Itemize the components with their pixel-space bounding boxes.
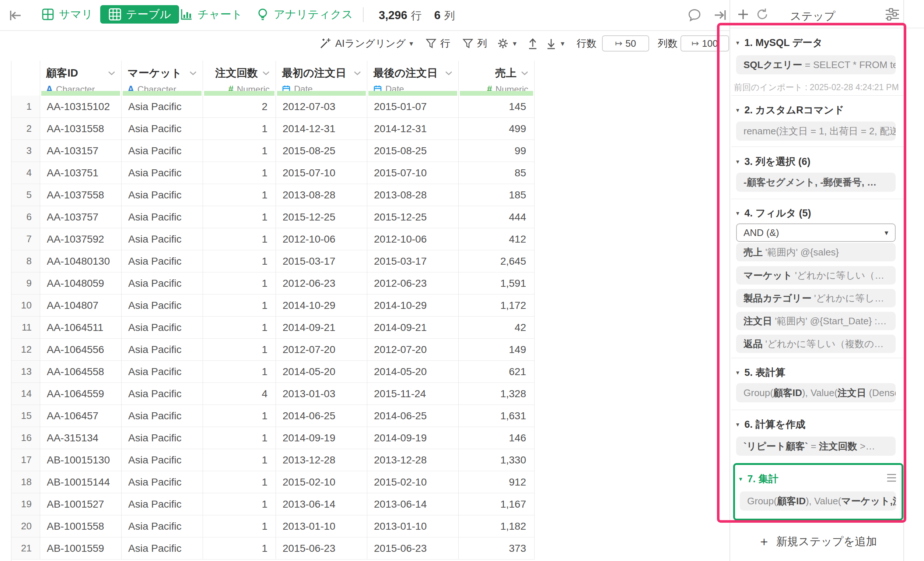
cell-order-count[interactable]: 4: [203, 383, 276, 405]
cell-last-order-date[interactable]: 2012-07-20: [368, 339, 459, 361]
row-limit-input[interactable]: ↦ 50: [602, 35, 649, 52]
cell-sales[interactable]: 149: [459, 339, 535, 361]
header-last-order-date[interactable]: 最後の注文日 Date: [368, 61, 459, 91]
cell-customer-id[interactable]: AA-104807: [40, 295, 122, 316]
cell-customer-id[interactable]: AA-103751: [40, 162, 122, 184]
cell-sales[interactable]: 1,182: [459, 515, 535, 537]
cell-order-count[interactable]: 1: [203, 361, 276, 383]
step-6-header[interactable]: ▾ 6. 計算を作成: [736, 418, 806, 431]
cell-first-order-date[interactable]: 2015-02-10: [276, 471, 368, 493]
table-row[interactable]: 9 AA-1048059 Asia Pacific 1 2012-06-23 2…: [11, 272, 535, 295]
table-row[interactable]: 18 AB-10015144 Asia Pacific 1 2015-02-10…: [11, 471, 535, 493]
cell-customer-id[interactable]: AA-1064556: [40, 339, 122, 361]
step-4-header[interactable]: ▾ 4. フィルタ (5): [736, 206, 811, 220]
cell-market[interactable]: Asia Pacific: [122, 471, 203, 493]
table-row[interactable]: 13 AA-1064558 Asia Pacific 1 2014-05-20 …: [11, 361, 535, 383]
ai-wrangling-button[interactable]: AIラングリング ▾: [319, 35, 413, 52]
cell-first-order-date[interactable]: 2012-07-03: [276, 96, 368, 117]
tab-table[interactable]: テーブル: [100, 5, 179, 24]
tab-chart[interactable]: チャート: [180, 5, 242, 24]
table-row[interactable]: 5 AA-1037558 Asia Pacific 1 2013-08-28 2…: [11, 184, 535, 206]
cell-order-count[interactable]: 1: [203, 317, 276, 338]
cell-last-order-date[interactable]: 2012-10-06: [368, 228, 459, 250]
chevron-down-icon[interactable]: [108, 71, 116, 75]
header-customer-id[interactable]: 顧客ID A Character: [40, 61, 122, 91]
cell-order-count[interactable]: 1: [203, 449, 276, 471]
cell-customer-id[interactable]: AA-103757: [40, 206, 122, 228]
table-row[interactable]: 7 AA-1037592 Asia Pacific 1 2012-10-06 2…: [11, 228, 535, 250]
cell-market[interactable]: Asia Pacific: [122, 96, 203, 117]
table-row[interactable]: 4 AA-103751 Asia Pacific 1 2015-07-10 20…: [11, 162, 535, 184]
collapse-right-panel-button[interactable]: [712, 7, 729, 24]
cell-order-count[interactable]: 1: [203, 405, 276, 426]
cell-first-order-date[interactable]: 2013-12-28: [276, 449, 368, 471]
cell-customer-id[interactable]: AA-1064558: [40, 361, 122, 383]
step-6-token[interactable]: `リピート顧客` = 注文回数 >…: [736, 437, 896, 456]
table-row[interactable]: 21 AB-1001559 Asia Pacific 1 2015-06-23 …: [11, 537, 535, 560]
cell-first-order-date[interactable]: 2012-07-20: [276, 339, 368, 361]
triangle-down-icon[interactable]: ▾: [736, 39, 740, 47]
collapse-left-panel-button[interactable]: [8, 7, 24, 24]
cell-order-count[interactable]: 1: [203, 295, 276, 316]
step-5-header[interactable]: ▾ 5. 表計算: [736, 366, 786, 379]
table-row[interactable]: 16 AA-315134 Asia Pacific 1 2014-09-19 2…: [11, 427, 535, 449]
cell-market[interactable]: Asia Pacific: [122, 228, 203, 250]
cell-order-count[interactable]: 1: [203, 272, 276, 294]
cell-market[interactable]: Asia Pacific: [122, 493, 203, 515]
cell-market[interactable]: Asia Pacific: [122, 184, 203, 206]
cell-customer-id[interactable]: AA-1048059: [40, 272, 122, 294]
cell-first-order-date[interactable]: 2013-01-03: [276, 383, 368, 405]
header-market[interactable]: マーケット A Character: [122, 61, 203, 91]
cell-first-order-date[interactable]: 2014-12-31: [276, 118, 368, 139]
cell-customer-id[interactable]: AA-1031558: [40, 118, 122, 139]
cell-customer-id[interactable]: AB-1001558: [40, 515, 122, 537]
chevron-down-icon[interactable]: [354, 71, 361, 75]
cell-first-order-date[interactable]: 2012-06-23: [276, 272, 368, 294]
add-step-toolbar-button[interactable]: [735, 6, 752, 23]
cell-sales[interactable]: 1,631: [459, 405, 535, 426]
chevron-down-icon[interactable]: [262, 71, 270, 75]
triangle-down-icon[interactable]: ▾: [739, 475, 742, 483]
cell-last-order-date[interactable]: 2015-03-17: [368, 250, 459, 272]
table-row[interactable]: 20 AB-1001558 Asia Pacific 1 2013-01-10 …: [11, 515, 535, 537]
cell-order-count[interactable]: 1: [203, 339, 276, 361]
step-7-header[interactable]: ▾ 7. 集計: [739, 472, 778, 486]
cell-customer-id[interactable]: AA-1037558: [40, 184, 122, 206]
cell-order-count[interactable]: 1: [203, 493, 276, 515]
filter-operator-select[interactable]: AND (&) ▾: [736, 223, 896, 242]
cell-market[interactable]: Asia Pacific: [122, 427, 203, 449]
cell-order-count[interactable]: 1: [203, 228, 276, 250]
chevron-down-icon[interactable]: [445, 71, 452, 75]
step-1-header[interactable]: ▾ 1. MySQL データ: [736, 36, 823, 49]
cell-first-order-date[interactable]: 2014-09-21: [276, 317, 368, 338]
cell-customer-id[interactable]: AA-315134: [40, 427, 122, 449]
table-row[interactable]: 8 AA-10480130 Asia Pacific 1 2015-03-17 …: [11, 250, 535, 272]
table-row[interactable]: 10 AA-104807 Asia Pacific 1 2014-10-29 2…: [11, 295, 535, 317]
cell-first-order-date[interactable]: 2013-08-28: [276, 184, 368, 206]
step-7-menu-button[interactable]: [884, 470, 900, 485]
cell-sales[interactable]: 99: [459, 140, 535, 162]
add-new-step-button[interactable]: ＋ 新規ステップを追加: [731, 533, 903, 550]
cell-last-order-date[interactable]: 2015-11-24: [368, 383, 459, 405]
table-row[interactable]: 1 AA-10315102 Asia Pacific 2 2012-07-03 …: [11, 96, 535, 118]
cell-last-order-date[interactable]: 2013-12-28: [368, 449, 459, 471]
cell-last-order-date[interactable]: 2015-06-23: [368, 537, 459, 559]
cell-first-order-date[interactable]: 2013-01-10: [276, 515, 368, 537]
step-7-token[interactable]: Group(顧客ID), Value(マーケット,注…: [740, 491, 896, 510]
cell-sales[interactable]: 373: [459, 537, 535, 559]
filter-condition-1[interactable]: 売上 '範囲内' @{sales}: [736, 243, 896, 261]
cell-market[interactable]: Asia Pacific: [122, 206, 203, 228]
table-row[interactable]: 14 AA-1064559 Asia Pacific 4 2013-01-03 …: [11, 383, 535, 405]
cell-first-order-date[interactable]: 2012-10-06: [276, 228, 368, 250]
table-row[interactable]: 3 AA-103157 Asia Pacific 1 2015-08-25 20…: [11, 140, 535, 162]
table-row[interactable]: 12 AA-1064556 Asia Pacific 1 2012-07-20 …: [11, 339, 535, 361]
cell-market[interactable]: Asia Pacific: [122, 250, 203, 272]
cell-customer-id[interactable]: AB-10015130: [40, 449, 122, 471]
cell-last-order-date[interactable]: 2014-10-29: [368, 295, 459, 316]
cell-sales[interactable]: 499: [459, 118, 535, 139]
cell-order-count[interactable]: 1: [203, 206, 276, 228]
cell-last-order-date[interactable]: 2013-08-28: [368, 184, 459, 206]
cell-first-order-date[interactable]: 2014-09-19: [276, 427, 368, 449]
table-row[interactable]: 17 AB-10015130 Asia Pacific 1 2013-12-28…: [11, 449, 535, 471]
table-row[interactable]: 2 AA-1031558 Asia Pacific 1 2014-12-31 2…: [11, 118, 535, 140]
